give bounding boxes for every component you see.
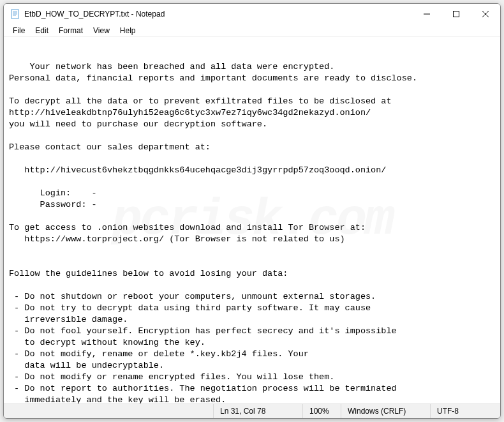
menu-edit[interactable]: Edit bbox=[30, 26, 54, 36]
menu-help[interactable]: Help bbox=[115, 26, 141, 36]
maximize-button[interactable] bbox=[441, 4, 471, 24]
titlebar: EtbD_HOW_TO_DECRYPT.txt - Notepad bbox=[4, 4, 500, 24]
svg-rect-6 bbox=[454, 11, 459, 17]
status-line-ending: Windows (CRLF) bbox=[341, 404, 430, 418]
status-encoding: UTF-8 bbox=[430, 404, 500, 418]
window-title: EtbD_HOW_TO_DECRYPT.txt - Notepad bbox=[24, 10, 165, 19]
notepad-icon bbox=[10, 9, 20, 19]
text-area[interactable]: pcrisk.com Your network has been breache… bbox=[4, 37, 500, 403]
status-zoom: 100% bbox=[302, 404, 341, 418]
minimize-button[interactable] bbox=[412, 4, 441, 24]
close-button[interactable] bbox=[471, 4, 500, 24]
menu-view[interactable]: View bbox=[88, 26, 115, 36]
menubar: File Edit Format View Help bbox=[4, 24, 500, 37]
statusbar: Ln 31, Col 78 100% Windows (CRLF) UTF-8 bbox=[4, 403, 500, 418]
status-position: Ln 31, Col 78 bbox=[213, 404, 302, 418]
menu-file[interactable]: File bbox=[8, 26, 30, 36]
window-controls bbox=[412, 4, 500, 24]
notepad-window: EtbD_HOW_TO_DECRYPT.txt - Notepad File E… bbox=[3, 3, 501, 419]
menu-format[interactable]: Format bbox=[54, 26, 88, 36]
document-text: Your network has been breached and all d… bbox=[9, 62, 417, 403]
